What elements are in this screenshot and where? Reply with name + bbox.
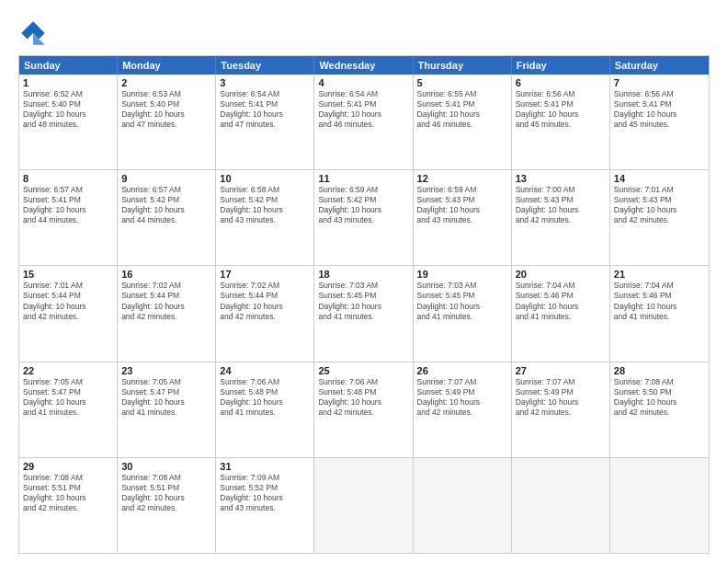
cal-row-1: 1Sunrise: 6:52 AM Sunset: 5:40 PM Daylig… (19, 75, 709, 169)
logo (18, 18, 51, 48)
day-info: Sunrise: 6:57 AM Sunset: 5:41 PM Dayligh… (23, 185, 113, 225)
day-info: Sunrise: 7:02 AM Sunset: 5:44 PM Dayligh… (121, 281, 211, 321)
header-sunday: Sunday (19, 56, 118, 75)
cal-cell-5-3: 31Sunrise: 7:09 AM Sunset: 5:52 PM Dayli… (216, 458, 314, 553)
cal-cell-4-2: 23Sunrise: 7:05 AM Sunset: 5:47 PM Dayli… (118, 362, 216, 457)
cal-cell-3-3: 17Sunrise: 7:02 AM Sunset: 5:44 PM Dayli… (216, 266, 314, 361)
day-number: 28 (614, 365, 705, 376)
cal-cell-1-5: 5Sunrise: 6:55 AM Sunset: 5:41 PM Daylig… (414, 75, 512, 169)
day-info: Sunrise: 6:54 AM Sunset: 5:41 PM Dayligh… (318, 89, 408, 130)
cal-cell-5-5 (414, 458, 512, 553)
day-number: 11 (318, 173, 408, 184)
cal-cell-5-7 (610, 458, 709, 553)
day-info: Sunrise: 7:05 AM Sunset: 5:47 PM Dayligh… (121, 377, 211, 418)
day-info: Sunrise: 7:01 AM Sunset: 5:44 PM Dayligh… (23, 281, 113, 321)
cal-cell-1-1: 1Sunrise: 6:52 AM Sunset: 5:40 PM Daylig… (19, 75, 118, 169)
cal-cell-3-7: 21Sunrise: 7:04 AM Sunset: 5:46 PM Dayli… (610, 266, 709, 361)
day-number: 6 (516, 77, 606, 88)
cal-row-3: 15Sunrise: 7:01 AM Sunset: 5:44 PM Dayli… (19, 265, 709, 361)
cal-row-4: 22Sunrise: 7:05 AM Sunset: 5:47 PM Dayli… (19, 362, 709, 457)
cal-cell-2-5: 12Sunrise: 6:59 AM Sunset: 5:43 PM Dayli… (414, 170, 512, 265)
cal-cell-2-7: 14Sunrise: 7:01 AM Sunset: 5:43 PM Dayli… (610, 170, 709, 265)
cal-cell-4-5: 26Sunrise: 7:07 AM Sunset: 5:49 PM Dayli… (414, 362, 512, 457)
day-number: 25 (318, 365, 408, 376)
day-info: Sunrise: 6:54 AM Sunset: 5:41 PM Dayligh… (220, 89, 310, 130)
header-monday: Monday (118, 56, 216, 75)
cal-cell-1-7: 7Sunrise: 6:56 AM Sunset: 5:41 PM Daylig… (610, 75, 709, 169)
day-info: Sunrise: 6:59 AM Sunset: 5:42 PM Dayligh… (318, 185, 408, 225)
day-number: 29 (23, 461, 113, 472)
cal-cell-3-6: 20Sunrise: 7:04 AM Sunset: 5:46 PM Dayli… (512, 266, 610, 361)
header-saturday: Saturday (610, 56, 709, 75)
header-wednesday: Wednesday (314, 56, 413, 75)
logo-icon (18, 18, 48, 48)
calendar: Sunday Monday Tuesday Wednesday Thursday… (18, 55, 710, 554)
calendar-header: Sunday Monday Tuesday Wednesday Thursday… (19, 56, 709, 75)
day-info: Sunrise: 7:06 AM Sunset: 5:48 PM Dayligh… (318, 377, 408, 418)
cal-cell-2-4: 11Sunrise: 6:59 AM Sunset: 5:42 PM Dayli… (314, 170, 413, 265)
day-info: Sunrise: 7:09 AM Sunset: 5:52 PM Dayligh… (220, 473, 310, 513)
day-number: 7 (614, 77, 705, 88)
cal-cell-5-6 (512, 458, 610, 553)
cal-cell-4-4: 25Sunrise: 7:06 AM Sunset: 5:48 PM Dayli… (314, 362, 413, 457)
day-number: 2 (121, 77, 211, 88)
cal-row-2: 8Sunrise: 6:57 AM Sunset: 5:41 PM Daylig… (19, 169, 709, 265)
day-info: Sunrise: 7:08 AM Sunset: 5:50 PM Dayligh… (614, 377, 705, 418)
day-info: Sunrise: 6:57 AM Sunset: 5:42 PM Dayligh… (121, 185, 211, 225)
day-number: 17 (220, 269, 310, 280)
day-info: Sunrise: 7:07 AM Sunset: 5:49 PM Dayligh… (516, 377, 606, 418)
day-number: 14 (614, 173, 705, 184)
day-number: 5 (417, 77, 507, 88)
cal-cell-2-2: 9Sunrise: 6:57 AM Sunset: 5:42 PM Daylig… (118, 170, 216, 265)
day-info: Sunrise: 7:08 AM Sunset: 5:51 PM Dayligh… (121, 473, 211, 513)
day-info: Sunrise: 6:55 AM Sunset: 5:41 PM Dayligh… (417, 89, 507, 130)
day-number: 15 (23, 269, 113, 280)
day-info: Sunrise: 6:56 AM Sunset: 5:41 PM Dayligh… (516, 89, 606, 130)
day-number: 16 (121, 269, 211, 280)
cal-row-5: 29Sunrise: 7:08 AM Sunset: 5:51 PM Dayli… (19, 457, 709, 553)
day-number: 8 (23, 173, 113, 184)
cal-cell-3-2: 16Sunrise: 7:02 AM Sunset: 5:44 PM Dayli… (118, 266, 216, 361)
day-info: Sunrise: 7:00 AM Sunset: 5:43 PM Dayligh… (516, 185, 606, 225)
day-number: 3 (220, 77, 310, 88)
cal-cell-3-4: 18Sunrise: 7:03 AM Sunset: 5:45 PM Dayli… (314, 266, 413, 361)
cal-cell-2-3: 10Sunrise: 6:58 AM Sunset: 5:42 PM Dayli… (216, 170, 314, 265)
day-number: 31 (220, 461, 310, 472)
day-number: 1 (23, 77, 113, 88)
day-info: Sunrise: 7:06 AM Sunset: 5:48 PM Dayligh… (220, 377, 310, 418)
cal-cell-2-1: 8Sunrise: 6:57 AM Sunset: 5:41 PM Daylig… (19, 170, 118, 265)
day-number: 18 (318, 269, 408, 280)
day-info: Sunrise: 7:08 AM Sunset: 5:51 PM Dayligh… (23, 473, 113, 513)
day-number: 4 (318, 77, 408, 88)
cal-cell-4-1: 22Sunrise: 7:05 AM Sunset: 5:47 PM Dayli… (19, 362, 118, 457)
calendar-body: 1Sunrise: 6:52 AM Sunset: 5:40 PM Daylig… (19, 75, 709, 553)
cal-cell-3-5: 19Sunrise: 7:03 AM Sunset: 5:45 PM Dayli… (414, 266, 512, 361)
day-number: 26 (417, 365, 507, 376)
header-friday: Friday (512, 56, 610, 75)
header-thursday: Thursday (414, 56, 512, 75)
header-tuesday: Tuesday (216, 56, 314, 75)
day-number: 22 (23, 365, 113, 376)
calendar-page: Sunday Monday Tuesday Wednesday Thursday… (0, 0, 728, 563)
day-number: 10 (220, 173, 310, 184)
day-info: Sunrise: 6:56 AM Sunset: 5:41 PM Dayligh… (614, 89, 705, 130)
day-info: Sunrise: 7:03 AM Sunset: 5:45 PM Dayligh… (417, 281, 507, 321)
day-number: 13 (516, 173, 606, 184)
day-number: 24 (220, 365, 310, 376)
cal-cell-1-3: 3Sunrise: 6:54 AM Sunset: 5:41 PM Daylig… (216, 75, 314, 169)
day-info: Sunrise: 6:53 AM Sunset: 5:40 PM Dayligh… (121, 89, 211, 130)
day-number: 20 (516, 269, 606, 280)
day-number: 27 (516, 365, 606, 376)
cal-cell-5-4 (314, 458, 413, 553)
day-number: 23 (121, 365, 211, 376)
day-info: Sunrise: 7:01 AM Sunset: 5:43 PM Dayligh… (614, 185, 705, 225)
cal-cell-1-6: 6Sunrise: 6:56 AM Sunset: 5:41 PM Daylig… (512, 75, 610, 169)
day-info: Sunrise: 7:03 AM Sunset: 5:45 PM Dayligh… (318, 281, 408, 321)
day-info: Sunrise: 6:58 AM Sunset: 5:42 PM Dayligh… (220, 185, 310, 225)
day-info: Sunrise: 7:04 AM Sunset: 5:46 PM Dayligh… (614, 281, 705, 321)
day-info: Sunrise: 7:04 AM Sunset: 5:46 PM Dayligh… (516, 281, 606, 321)
cal-cell-3-1: 15Sunrise: 7:01 AM Sunset: 5:44 PM Dayli… (19, 266, 118, 361)
header (18, 15, 710, 48)
day-info: Sunrise: 6:59 AM Sunset: 5:43 PM Dayligh… (417, 185, 507, 225)
day-number: 19 (417, 269, 507, 280)
